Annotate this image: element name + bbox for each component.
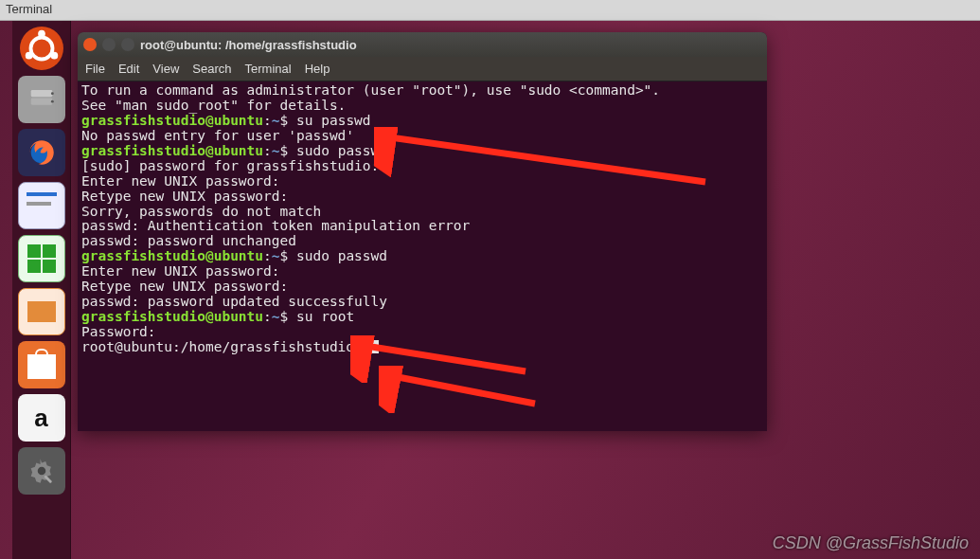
launcher-amazon-icon[interactable]: a bbox=[18, 394, 65, 442]
terminal-output: passwd: Authentication token manipulatio… bbox=[81, 219, 763, 234]
prompt-path: ~ bbox=[272, 143, 280, 158]
top-window-label: Terminal bbox=[0, 0, 980, 21]
terminal-prompt-line: grassfishstudio@ubuntu:~$ sudo passwd bbox=[81, 144, 763, 159]
prompt-path: ~ bbox=[272, 113, 280, 128]
command-text: su passwd bbox=[296, 113, 371, 128]
launcher-calc-icon[interactable] bbox=[18, 235, 65, 282]
prompt-path: ~ bbox=[272, 248, 280, 263]
prompt-user: grassfishstudio@ubuntu bbox=[81, 143, 263, 158]
command-text: sudo passwd bbox=[296, 248, 387, 263]
terminal-output: See "man sudo_root" for details. bbox=[81, 99, 763, 114]
svg-point-2 bbox=[25, 52, 32, 60]
terminal-titlebar[interactable]: root@ubuntu: /home/grassfishstudio bbox=[78, 32, 767, 57]
menu-file[interactable]: File bbox=[85, 62, 105, 76]
terminal-prompt-line: grassfishstudio@ubuntu:~$ su root bbox=[81, 310, 763, 325]
command-text: su root bbox=[296, 309, 354, 324]
window-close-icon[interactable] bbox=[83, 38, 97, 51]
prompt-sep: : bbox=[263, 309, 272, 324]
menu-help[interactable]: Help bbox=[305, 62, 330, 76]
launcher-firefox-icon[interactable] bbox=[18, 129, 65, 176]
prompt-sigil: $ bbox=[280, 309, 289, 324]
terminal-window: root@ubuntu: /home/grassfishstudio File … bbox=[78, 32, 767, 431]
svg-point-9 bbox=[37, 467, 45, 476]
terminal-root-prompt: root@ubuntu:/home/grassfishstudio# bbox=[81, 340, 763, 355]
menu-view[interactable]: View bbox=[152, 62, 179, 76]
desktop-background: a root@ubuntu: /home/grassfishstudio Fil… bbox=[0, 21, 980, 559]
prompt-sep: : bbox=[263, 143, 272, 158]
prompt-user: grassfishstudio@ubuntu bbox=[81, 248, 263, 263]
unity-launcher: a bbox=[12, 21, 71, 559]
prompt-sigil: $ bbox=[280, 113, 289, 128]
launcher-dash-icon[interactable] bbox=[20, 27, 63, 70]
terminal-output: Enter new UNIX password: bbox=[81, 264, 763, 280]
window-maximize-icon[interactable] bbox=[121, 38, 134, 51]
watermark-text: CSDN @GrassFishStudio bbox=[773, 533, 969, 553]
terminal-prompt-line: grassfishstudio@ubuntu:~$ su passwd bbox=[81, 114, 763, 129]
terminal-output: passwd: password unchanged bbox=[81, 234, 763, 249]
terminal-title-text: root@ubuntu: /home/grassfishstudio bbox=[140, 38, 357, 52]
svg-rect-4 bbox=[30, 90, 52, 97]
menu-search[interactable]: Search bbox=[192, 62, 231, 76]
root-prompt-text: root@ubuntu:/home/grassfishstudio# bbox=[81, 339, 371, 354]
launcher-settings-icon[interactable] bbox=[18, 447, 65, 495]
prompt-sep: : bbox=[263, 113, 272, 128]
terminal-output: Retype new UNIX password: bbox=[81, 280, 763, 295]
prompt-sep: : bbox=[263, 248, 272, 263]
terminal-output: passwd: password updated successfully bbox=[81, 295, 763, 310]
launcher-software-icon[interactable] bbox=[18, 341, 65, 388]
terminal-body[interactable]: To run a command as administrator (user … bbox=[78, 81, 767, 431]
terminal-output: No passwd entry for user 'passwd' bbox=[81, 129, 763, 144]
svg-point-3 bbox=[50, 52, 58, 60]
svg-point-6 bbox=[50, 92, 53, 95]
terminal-menubar: File Edit View Search Terminal Help bbox=[78, 57, 767, 81]
menu-edit[interactable]: Edit bbox=[118, 62, 139, 76]
terminal-output: Password: bbox=[81, 325, 763, 340]
prompt-user: grassfishstudio@ubuntu bbox=[81, 309, 263, 324]
launcher-impress-icon[interactable] bbox=[18, 288, 65, 335]
prompt-sigil: $ bbox=[280, 248, 289, 263]
prompt-user: grassfishstudio@ubuntu bbox=[81, 113, 263, 128]
command-text: sudo passwd bbox=[296, 143, 387, 158]
svg-rect-5 bbox=[30, 99, 52, 105]
launcher-files-icon[interactable] bbox=[18, 76, 65, 123]
terminal-output: Enter new UNIX password: bbox=[81, 174, 763, 189]
prompt-path: ~ bbox=[272, 309, 280, 324]
svg-point-0 bbox=[30, 38, 52, 60]
menu-terminal[interactable]: Terminal bbox=[245, 62, 292, 76]
prompt-sigil: $ bbox=[280, 143, 289, 158]
cursor-icon bbox=[371, 340, 379, 353]
terminal-output: [sudo] password for grassfishstudio: bbox=[81, 159, 763, 174]
terminal-output: To run a command as administrator (user … bbox=[81, 83, 763, 99]
terminal-output: Sorry, passwords do not match bbox=[81, 205, 763, 220]
terminal-prompt-line: grassfishstudio@ubuntu:~$ sudo passwd bbox=[81, 249, 763, 264]
launcher-writer-icon[interactable] bbox=[18, 182, 65, 229]
terminal-output: Retype new UNIX password: bbox=[81, 189, 763, 205]
window-minimize-icon[interactable] bbox=[102, 38, 116, 51]
svg-point-7 bbox=[50, 100, 53, 103]
svg-point-1 bbox=[38, 30, 45, 38]
